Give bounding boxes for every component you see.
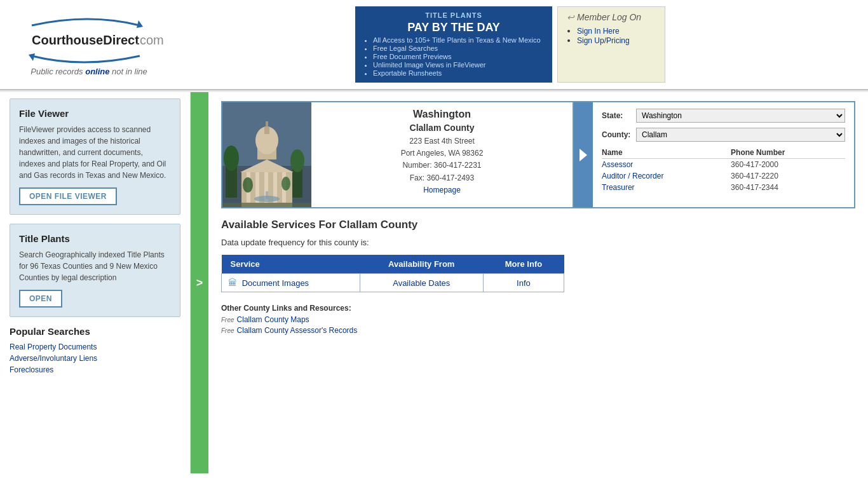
svg-text:com: com: [140, 33, 164, 47]
contact-treasurer-row: Treasurer 360-417-2344: [602, 182, 845, 193]
svg-point-10: [290, 149, 304, 172]
assessors-records-row: Free Clallam County Assessor's Records: [221, 326, 855, 335]
svg-rect-24: [222, 203, 311, 207]
state-select[interactable]: Washington: [636, 109, 845, 123]
document-icon: 🏛: [228, 278, 237, 288]
collapse-icon: >: [196, 276, 203, 290]
ad-bullet-2: Free Legal Searches: [373, 44, 545, 52]
contacts-phone-header: Phone Number: [731, 147, 845, 159]
contact-auditor-phone: 360-417-2220: [731, 170, 845, 182]
popular-link-2: Foreclosures: [10, 365, 180, 374]
popular-searches-title: Popular Searches: [10, 326, 180, 337]
contact-assessor-row: Assessor 360-417-2000: [602, 159, 845, 171]
services-table: Service Availability From More Info 🏛 Do…: [221, 255, 564, 292]
ad-bullet-3: Free Document Previews: [373, 53, 545, 60]
state-selector-row: State: Washington: [602, 109, 845, 123]
title-plants-section: Title Plants Search Geographically index…: [10, 224, 180, 317]
contact-treasurer-name: Treasurer: [602, 182, 731, 193]
logo-area: CourthouseDirect . com Public records on…: [13, 13, 165, 76]
contact-assessor-phone: 360-417-2000: [731, 159, 845, 171]
tagline-online: online: [85, 67, 109, 76]
service-row-0: 🏛 Document Images Available Dates Info: [222, 274, 564, 292]
svg-text:.: .: [135, 33, 139, 47]
ad-headline: PAY BY THE DAY: [363, 21, 545, 34]
sidebar: File Viewer FileViewer provides access t…: [0, 92, 191, 473]
contact-assessor-name: Assessor: [602, 159, 731, 171]
popular-links-list: Real Property Documents Adverse/Involunt…: [10, 342, 180, 374]
popular-link-foreclosures[interactable]: Foreclosures: [10, 365, 53, 374]
service-col-header: Service: [222, 255, 360, 274]
capitol-illustration: [222, 102, 311, 207]
svg-text:CourthouseDirect: CourthouseDirect: [32, 33, 139, 47]
title-plants-description: Search Geographically indexed Title Plan…: [19, 249, 171, 283]
file-viewer-section: File Viewer FileViewer provides access t…: [10, 98, 180, 215]
info-link[interactable]: Info: [517, 278, 531, 288]
popular-searches-section: Popular Searches Real Property Documents…: [10, 326, 180, 374]
county-fax: 360-417-2493: [426, 173, 474, 182]
availability-cell: Available Dates: [360, 274, 483, 292]
contacts-table: Name Phone Number Assessor 360-417-2000 …: [602, 147, 845, 193]
services-heading: Available Services For Clallam County: [221, 219, 855, 231]
auditor-link[interactable]: Auditor / Recorder: [602, 172, 663, 180]
county-select[interactable]: Clallam: [636, 128, 845, 142]
popular-link-liens[interactable]: Adverse/Involuntary Liens: [10, 354, 97, 363]
svg-marker-0: [137, 20, 143, 28]
document-images-link[interactable]: Document Images: [242, 278, 309, 288]
state-label: State:: [602, 111, 632, 120]
ad-bullet-5: Exportable Runsheets: [373, 69, 545, 77]
header: CourthouseDirect . com Public records on…: [0, 0, 868, 90]
county-maps-link[interactable]: Clallam County Maps: [237, 315, 309, 324]
assessor-link[interactable]: Assessor: [602, 160, 633, 169]
county-card: Washington Clallam County 223 East 4th S…: [221, 101, 855, 208]
assessors-records-link[interactable]: Clallam County Assessor's Records: [237, 326, 358, 335]
county-homepage-link[interactable]: Homepage: [423, 186, 461, 194]
county-arrow: [574, 102, 593, 207]
tagline-after: not in line: [110, 67, 147, 76]
title-plants-open-button[interactable]: OPEN: [19, 290, 62, 308]
available-services: Available Services For Clallam County Da…: [221, 219, 855, 335]
contact-treasurer-phone: 360-417-2344: [731, 182, 845, 193]
svg-point-25: [243, 177, 253, 193]
free-badge-0: Free: [221, 316, 234, 323]
service-name-cell: 🏛 Document Images: [222, 274, 360, 292]
popular-link-real-property[interactable]: Real Property Documents: [10, 342, 97, 351]
sidebar-collapse-toggle[interactable]: >: [191, 92, 208, 473]
county-city-state-zip: Port Angeles, WA 98362: [401, 149, 484, 158]
svg-rect-21: [266, 121, 268, 126]
svg-rect-23: [266, 191, 268, 199]
logo-tagline: Public records online not in line: [13, 67, 165, 76]
county-address: 223 East 4th Street: [409, 137, 475, 146]
svg-point-8: [224, 146, 239, 171]
other-links-title: Other County Links and Resources:: [221, 304, 855, 313]
contacts-name-header: Name: [602, 147, 731, 159]
data-update-text: Data update frequency for this county is…: [221, 238, 855, 247]
county-selectors: State: Washington County: Clallam Name P…: [593, 102, 854, 207]
treasurer-link[interactable]: Treasurer: [602, 183, 635, 192]
contact-auditor-name: Auditor / Recorder: [602, 170, 731, 182]
county-arrow-shape: [580, 149, 587, 161]
sign-in-link[interactable]: Sign In Here: [577, 27, 620, 36]
contact-auditor-row: Auditor / Recorder 360-417-2220: [602, 170, 845, 182]
sign-up-item: Sign Up/Pricing: [577, 36, 656, 45]
available-dates-link[interactable]: Available Dates: [393, 278, 450, 288]
availability-col-header: Availability From: [360, 255, 483, 274]
sign-up-link[interactable]: Sign Up/Pricing: [577, 36, 630, 45]
svg-rect-20: [264, 126, 269, 134]
state-name: Washington: [320, 109, 564, 120]
county-fax-label: Fax:: [410, 173, 424, 182]
sign-in-item: Sign In Here: [577, 26, 656, 36]
open-file-viewer-button[interactable]: OPEN FILE VIEWER: [19, 187, 117, 205]
member-logon-title: ↩ Member Log On: [567, 12, 656, 22]
main-layout: File Viewer FileViewer provides access t…: [0, 92, 868, 473]
file-viewer-title: File Viewer: [19, 108, 171, 119]
county-details: 223 East 4th Street Port Angeles, WA 983…: [320, 135, 564, 196]
county-name: Clallam County: [320, 123, 564, 133]
svg-marker-1: [29, 53, 35, 61]
popular-link-0: Real Property Documents: [10, 342, 180, 351]
header-center: TITLE PLANTS PAY BY THE DAY All Access t…: [165, 6, 855, 83]
ad-banner[interactable]: TITLE PLANTS PAY BY THE DAY All Access t…: [355, 6, 552, 83]
member-logon: ↩ Member Log On Sign In Here Sign Up/Pri…: [557, 6, 665, 83]
popular-link-1: Adverse/Involuntary Liens: [10, 353, 180, 363]
county-maps-row: Free Clallam County Maps: [221, 315, 855, 324]
logo-svg: CourthouseDirect . com: [13, 13, 165, 70]
